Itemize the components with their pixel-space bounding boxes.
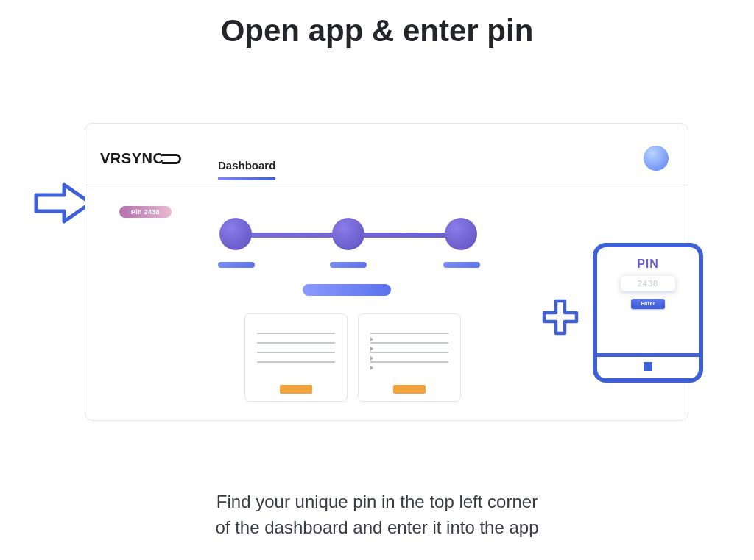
list-item — [370, 352, 448, 353]
logo-swoosh-icon — [162, 154, 181, 164]
pin-input[interactable]: 2438 — [620, 275, 676, 291]
plus-icon — [541, 298, 579, 336]
list-item — [257, 333, 335, 334]
caption-line-2: of the dashboard and enter it into the a… — [216, 517, 539, 537]
vrsync-logo: VRSYNC — [100, 150, 181, 167]
phone-mockup: PIN 2438 Enter — [593, 243, 703, 383]
list-item — [370, 361, 448, 363]
step-label-1 — [218, 262, 255, 268]
phone-chin — [597, 353, 699, 378]
card-button[interactable] — [280, 385, 312, 394]
list-item — [257, 352, 335, 353]
home-button-icon — [644, 362, 652, 371]
content-card-1 — [244, 313, 348, 402]
caption-line-1: Find your unique pin in the top left cor… — [216, 492, 538, 511]
list-item — [257, 342, 335, 344]
pin-badge: Pin 2438 — [119, 206, 172, 218]
step-node-2 — [332, 218, 364, 250]
step-node-3 — [445, 218, 477, 250]
card-button[interactable] — [393, 385, 426, 394]
caption: Find your unique pin in the top left cor… — [0, 489, 754, 541]
dashboard-header: VRSYNC Dashboard — [85, 124, 688, 185]
tab-dashboard[interactable]: Dashboard — [218, 159, 275, 180]
step-label-3 — [443, 262, 480, 268]
phone-screen: PIN 2438 Enter — [610, 258, 686, 309]
avatar[interactable] — [644, 146, 669, 171]
content-card-2 — [358, 313, 461, 402]
logo-vr: VR — [100, 150, 121, 166]
list-item — [370, 333, 448, 334]
step-node-1 — [219, 218, 252, 250]
list-item — [257, 361, 335, 363]
logo-sync: SYNC — [121, 150, 164, 166]
step-label-2 — [330, 262, 367, 268]
illustration-stage: VRSYNC Dashboard Pin 2438 — [33, 114, 721, 438]
primary-action-bar — [303, 284, 391, 296]
enter-button[interactable]: Enter — [631, 299, 665, 309]
pin-label: PIN — [610, 258, 686, 271]
list-item — [370, 342, 448, 344]
page-title: Open app & enter pin — [0, 0, 754, 49]
